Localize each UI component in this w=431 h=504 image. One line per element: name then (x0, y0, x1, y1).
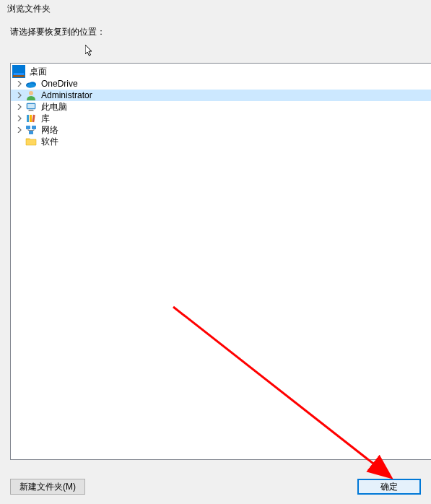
tree-item-libraries[interactable]: 库 (11, 113, 431, 124)
svg-rect-8 (27, 104, 35, 108)
new-folder-button[interactable]: 新建文件夹(M) (10, 479, 85, 495)
tree-item-label: 网络 (40, 124, 60, 136)
network-icon (25, 124, 37, 136)
expand-toggle-icon[interactable] (15, 103, 24, 111)
libraries-icon (25, 113, 37, 124)
folder-icon (25, 136, 37, 147)
svg-rect-15 (32, 126, 36, 129)
dialog-button-bar: 新建文件夹(M) 确定 (0, 469, 431, 504)
expand-toggle-icon[interactable] (15, 91, 24, 100)
tree-root-label: 桌面 (28, 66, 48, 78)
svg-rect-14 (26, 126, 30, 129)
svg-rect-12 (30, 115, 32, 122)
thispc-icon (25, 101, 37, 113)
user-icon (25, 90, 37, 101)
mouse-cursor-icon (85, 45, 94, 60)
svg-rect-10 (28, 110, 34, 111)
tree-root-desktop[interactable]: 桌面 (11, 65, 431, 78)
tree-item-administrator[interactable]: Administrator (11, 90, 431, 101)
svg-rect-9 (29, 110, 33, 110)
expand-toggle-icon[interactable] (15, 126, 24, 134)
tree-item-network[interactable]: 网络 (11, 124, 431, 136)
svg-rect-2 (13, 75, 25, 77)
svg-rect-13 (32, 115, 35, 122)
folder-tree[interactable]: 桌面 OneDrive (10, 63, 431, 460)
tree-item-onedrive[interactable]: OneDrive (11, 78, 431, 90)
expand-toggle-icon[interactable] (15, 114, 24, 123)
onedrive-icon (25, 78, 37, 90)
svg-point-6 (29, 91, 33, 95)
tree-item-label: Administrator (40, 90, 94, 101)
svg-rect-16 (29, 131, 33, 134)
tree-item-label: 软件 (40, 136, 60, 147)
ok-button[interactable]: 确定 (357, 479, 421, 495)
desktop-icon (12, 65, 25, 78)
expand-toggle-icon[interactable] (15, 79, 24, 88)
tree-item-label: 库 (40, 113, 51, 124)
tree-item-thispc[interactable]: 此电脑 (11, 101, 431, 113)
svg-rect-11 (27, 115, 29, 122)
svg-point-5 (27, 84, 35, 88)
tree-item-label: OneDrive (40, 78, 79, 90)
dialog-title: 浏览文件夹 (0, 0, 431, 16)
browse-folder-dialog: 浏览文件夹 请选择要恢复到的位置： 桌面 (0, 0, 431, 504)
tree-item-software[interactable]: 软件 (11, 136, 431, 147)
tree-item-label: 此电脑 (40, 101, 69, 113)
dialog-prompt: 请选择要恢复到的位置： (0, 16, 431, 38)
